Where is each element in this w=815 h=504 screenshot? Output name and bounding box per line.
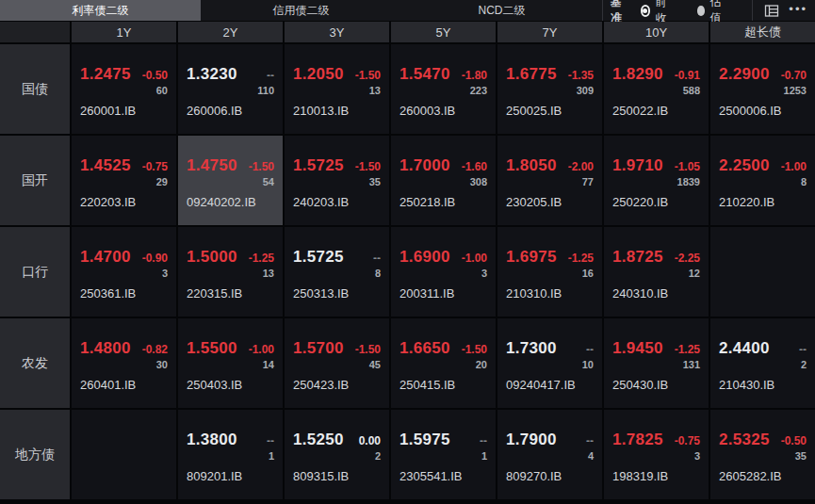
trade-count: 1253 — [719, 85, 807, 96]
bond-cell[interactable]: 2.5325-0.50352605282.IB — [710, 410, 815, 499]
tab-credit-secondary[interactable]: 信用债二级 — [201, 0, 401, 21]
price-value: 1.8725 — [612, 248, 663, 267]
bond-cell[interactable] — [710, 227, 815, 317]
change-value: -- — [480, 434, 487, 447]
bond-cell[interactable]: 1.8725-2.2512240310.IB — [604, 227, 709, 317]
change-value: -- — [267, 434, 274, 447]
bond-cell[interactable]: 1.7825-0.753198319.IB — [604, 410, 709, 499]
column-header-3Y: 3Y — [285, 22, 389, 42]
bond-cell[interactable]: 1.8290-0.91588250022.IB — [604, 44, 709, 134]
trade-count: 20 — [399, 359, 487, 370]
change-value: -1.00 — [249, 343, 274, 356]
change-value: -0.82 — [142, 343, 168, 356]
bond-code: 250361.IB — [80, 286, 168, 301]
bond-cell[interactable]: 1.5975--12305541.IB — [391, 410, 496, 499]
price-value: 1.4700 — [80, 248, 131, 267]
trade-count: 223 — [399, 85, 487, 96]
trade-count: 1 — [187, 450, 274, 462]
more-icon[interactable]: ••• — [789, 3, 807, 19]
bond-cell[interactable]: 1.5470-1.80223260003.IB — [391, 44, 496, 134]
row-label: 农发 — [0, 318, 70, 408]
tab-rates-secondary[interactable]: 利率债二级 — [0, 0, 201, 21]
price-value: 1.7825 — [612, 431, 663, 449]
trade-count: 29 — [80, 176, 168, 187]
trade-count: 13 — [187, 268, 274, 279]
bond-cell[interactable] — [72, 410, 176, 499]
bond-cell[interactable]: 1.5000-1.2513220315.IB — [178, 227, 283, 317]
price-value: 1.2475 — [80, 65, 131, 84]
trade-count: 308 — [399, 176, 487, 187]
change-value: -1.50 — [462, 343, 487, 356]
row-label: 口行 — [0, 227, 70, 317]
bond-code: 220315.IB — [187, 286, 274, 301]
bond-cell[interactable]: 1.52500.002809315.IB — [285, 410, 389, 499]
bond-cell[interactable]: 1.3800--1809201.IB — [178, 410, 283, 499]
column-header-row: 1Y2Y3Y5Y7Y10Y超长债 — [0, 22, 815, 42]
bond-cell[interactable]: 1.2050-1.5013210013.IB — [285, 44, 389, 134]
column-header-7Y: 7Y — [497, 22, 602, 42]
bond-cell[interactable]: 1.4750-1.505409240202.IB — [178, 136, 283, 225]
bond-cell[interactable]: 1.4525-0.7529220203.IB — [72, 136, 176, 225]
bond-cell[interactable]: 1.9710-1.051839250220.IB — [604, 136, 709, 225]
bond-cell[interactable]: 1.8050-2.0077230205.IB — [497, 136, 602, 225]
bond-code: 210310.IB — [506, 286, 594, 301]
bond-code: 250423.IB — [293, 378, 381, 392]
price-value: 1.3800 — [187, 431, 237, 449]
tab-ncd-secondary[interactable]: NCD二级 — [401, 0, 602, 21]
bond-cell[interactable]: 1.6900-1.003200311.IB — [391, 227, 496, 317]
trade-count: 3 — [612, 450, 700, 462]
price-value: 1.5725 — [293, 156, 344, 175]
bond-cell[interactable]: 1.6975-1.2516210310.IB — [497, 227, 602, 317]
bond-cell[interactable]: 1.4700-0.903250361.IB — [72, 227, 176, 317]
bond-cell[interactable]: 1.3230--110260006.IB — [178, 44, 283, 134]
price-value: 2.5325 — [719, 431, 770, 449]
price-value: 1.4800 — [80, 339, 131, 358]
bond-cell[interactable]: 1.6650-1.5020250415.IB — [391, 318, 496, 408]
bond-cell[interactable]: 1.5725--8250313.IB — [285, 227, 389, 317]
trade-count: 2 — [719, 359, 807, 370]
bond-cell[interactable]: 1.9450-1.25131250430.IB — [604, 318, 709, 408]
change-value: -0.90 — [142, 252, 168, 265]
bond-code: 250313.IB — [293, 286, 381, 301]
bond-cell[interactable]: 2.4400--2210430.IB — [710, 318, 815, 408]
change-value: -1.25 — [568, 252, 594, 265]
bond-code: 260401.IB — [80, 378, 168, 392]
price-value: 1.6975 — [506, 248, 557, 267]
change-value: -2.00 — [568, 160, 594, 173]
change-value: -- — [586, 343, 594, 356]
change-value: -1.35 — [568, 69, 594, 82]
trade-count: 309 — [506, 85, 594, 96]
bond-cell[interactable]: 1.7300--1009240417.IB — [497, 318, 602, 408]
bond-cell[interactable]: 1.7900--4809270.IB — [497, 410, 602, 499]
bond-cell[interactable]: 1.2475-0.5060260001.IB — [72, 44, 176, 134]
price-value: 1.6775 — [506, 65, 557, 84]
trade-count: 14 — [187, 359, 274, 370]
bond-cell[interactable]: 1.7000-1.60308250218.IB — [391, 136, 496, 225]
change-value: -- — [267, 69, 274, 82]
column-header-1Y: 1Y — [72, 22, 176, 42]
layout-icon[interactable] — [764, 4, 779, 18]
bond-code: 250220.IB — [612, 195, 700, 209]
bond-cell[interactable]: 2.2900-0.7012532500006.IB — [710, 44, 815, 134]
trade-count: 13 — [293, 85, 381, 96]
bond-cell[interactable]: 2.2500-1.008210220.IB — [710, 136, 815, 225]
bond-grid: 国债1.2475-0.5060260001.IB1.3230--11026000… — [0, 44, 815, 499]
bond-cell[interactable]: 1.5700-1.5045250423.IB — [285, 318, 389, 408]
tab-bar: 利率债二级 信用债二级 NCD二级 基准 前收 估值 ••• — [0, 0, 815, 21]
price-value: 1.8050 — [506, 156, 557, 175]
change-value: -1.25 — [675, 343, 700, 356]
price-value: 1.3230 — [187, 65, 237, 84]
bond-cell[interactable]: 1.5500-1.0014250403.IB — [178, 318, 283, 408]
change-value: 0.00 — [359, 434, 381, 447]
bond-cell[interactable]: 1.6775-1.35309250025.IB — [497, 44, 602, 134]
column-header-2Y: 2Y — [178, 22, 283, 42]
bond-cell[interactable]: 1.5725-1.5035240203.IB — [285, 136, 389, 225]
change-value: -0.70 — [781, 69, 807, 82]
trade-count: 30 — [80, 359, 168, 370]
row-label: 地方债 — [0, 410, 70, 499]
price-value: 2.4400 — [719, 339, 770, 358]
change-value: -1.50 — [355, 160, 381, 173]
bond-cell[interactable]: 1.4800-0.8230260401.IB — [72, 318, 176, 408]
corner-cell — [0, 22, 70, 42]
bond-code: 198319.IB — [612, 469, 700, 483]
